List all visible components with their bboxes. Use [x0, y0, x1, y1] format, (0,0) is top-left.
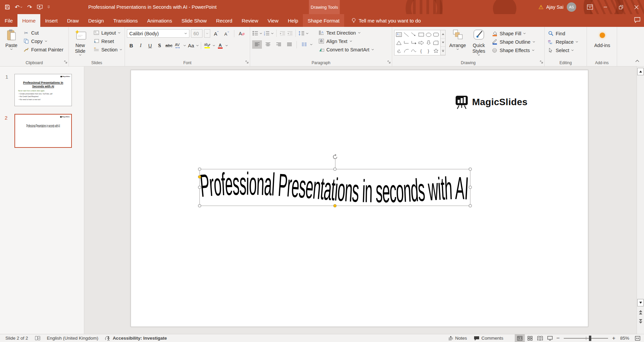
- shape-oval[interactable]: [425, 32, 431, 38]
- new-slide-button[interactable]: New Slide: [71, 29, 90, 56]
- adjustment-handle-bottom-center[interactable]: [333, 204, 336, 207]
- scroll-up-button[interactable]: [637, 68, 644, 75]
- shape-elbow-connector[interactable]: [403, 40, 409, 46]
- align-left-button[interactable]: [252, 40, 262, 49]
- paragraph-dialog-launcher-icon[interactable]: [387, 59, 391, 65]
- columns-button[interactable]: [299, 40, 309, 49]
- next-slide-button[interactable]: [638, 318, 644, 325]
- character-spacing-button[interactable]: AV: [174, 41, 183, 50]
- format-painter-button[interactable]: Format Painter: [22, 45, 64, 54]
- text-shadow-button[interactable]: S: [155, 41, 164, 50]
- shape-scribble[interactable]: [396, 48, 402, 54]
- normal-view-button[interactable]: [515, 334, 525, 342]
- align-right-button[interactable]: [274, 40, 283, 49]
- tab-insert[interactable]: Insert: [40, 14, 62, 27]
- tell-me-box[interactable]: Tell me what you want to do: [346, 14, 426, 27]
- shape-down-arrow[interactable]: [425, 40, 431, 46]
- drawing-dialog-launcher-icon[interactable]: [540, 59, 543, 65]
- chevron-down-icon[interactable]: [310, 44, 313, 45]
- ribbon-display-options-icon[interactable]: [582, 0, 598, 14]
- align-text-button[interactable]: Align Text: [317, 37, 375, 45]
- clipboard-dialog-launcher-icon[interactable]: [64, 59, 67, 65]
- slide-show-button[interactable]: [545, 334, 555, 342]
- font-size-combobox[interactable]: 60: [191, 29, 202, 38]
- shapes-scroll-down-icon[interactable]: [441, 39, 445, 47]
- scroll-down-button[interactable]: [637, 299, 644, 306]
- warning-icon[interactable]: ⚠: [538, 4, 543, 11]
- line-spacing-button[interactable]: [298, 31, 305, 36]
- selection-handle-top-center[interactable]: [333, 168, 336, 171]
- close-button[interactable]: [629, 0, 644, 14]
- reset-button[interactable]: Reset: [92, 37, 123, 45]
- find-button[interactable]: Find: [547, 29, 585, 38]
- shape-star[interactable]: [433, 48, 439, 54]
- shape-right-arrow[interactable]: [418, 40, 424, 46]
- selection-handle-middle-right[interactable]: [469, 186, 472, 189]
- convert-to-smartart-button[interactable]: Convert to SmartArt: [317, 45, 375, 54]
- shape-arc[interactable]: [403, 48, 409, 54]
- minimize-button[interactable]: [598, 0, 613, 14]
- chevron-down-icon[interactable]: [306, 33, 309, 34]
- accessibility-status[interactable]: Accessibility: Investigate: [102, 334, 170, 342]
- highlight-color-button[interactable]: ab: [203, 41, 212, 50]
- language-indicator[interactable]: English (United Kingdom): [44, 334, 102, 342]
- avatar[interactable]: AS: [567, 2, 576, 12]
- chevron-down-icon[interactable]: [196, 45, 199, 46]
- font-size-dropdown[interactable]: [204, 29, 210, 38]
- selection-handle-middle-left[interactable]: [198, 186, 201, 189]
- slide-sorter-view-button[interactable]: [525, 334, 535, 342]
- decrease-indent-button[interactable]: [279, 31, 285, 36]
- vertical-scrollbar[interactable]: [637, 67, 644, 334]
- arrange-button[interactable]: Arrange: [448, 29, 467, 51]
- slide-surface[interactable]: MagicSlides Professional Presentations i…: [131, 70, 588, 327]
- selection-handle-top-left[interactable]: [198, 168, 201, 171]
- change-case-button[interactable]: Aa: [187, 41, 195, 50]
- shapes-more-icon[interactable]: [441, 47, 445, 55]
- tab-home[interactable]: Home: [17, 14, 40, 27]
- section-button[interactable]: Section: [92, 45, 123, 54]
- shape-rounded-rectangle[interactable]: [433, 32, 439, 38]
- tab-help[interactable]: Help: [283, 14, 303, 27]
- shape-left-brace[interactable]: {: [418, 48, 424, 54]
- previous-slide-button[interactable]: [638, 309, 644, 316]
- strikethrough-button[interactable]: abc: [165, 41, 173, 50]
- decrease-font-size-button[interactable]: A: [222, 29, 231, 38]
- align-center-button[interactable]: [263, 40, 273, 49]
- selection-handle-top-right[interactable]: [469, 168, 472, 171]
- comments-button[interactable]: Comments: [470, 334, 507, 342]
- chevron-down-icon[interactable]: [183, 45, 186, 46]
- shape-effects-button[interactable]: Shape Effects: [491, 46, 536, 54]
- numbering-button[interactable]: 123: [264, 31, 270, 36]
- shape-text-box[interactable]: A: [396, 32, 402, 38]
- bold-button[interactable]: B: [127, 41, 136, 50]
- shape-line[interactable]: [403, 32, 409, 38]
- clear-formatting-button[interactable]: A: [237, 29, 246, 38]
- user-name[interactable]: Ajay Sai: [546, 4, 563, 10]
- zoom-slider-thumb[interactable]: [589, 336, 591, 341]
- font-dialog-launcher-icon[interactable]: [245, 59, 249, 65]
- shape-rectangle[interactable]: [418, 32, 424, 38]
- layout-button[interactable]: Layout: [92, 29, 123, 37]
- shape-arrow[interactable]: [411, 32, 417, 38]
- shape-elbow-arrow-connector[interactable]: [411, 40, 417, 46]
- quick-styles-button[interactable]: Quick Styles: [470, 29, 488, 56]
- chevron-down-icon[interactable]: [260, 33, 262, 34]
- notes-button[interactable]: Notes: [445, 334, 470, 342]
- shape-right-brace[interactable]: }: [425, 48, 431, 54]
- tab-slide-show[interactable]: Slide Show: [177, 14, 211, 27]
- spellcheck-icon[interactable]: [32, 334, 44, 342]
- shape-curve[interactable]: [411, 48, 417, 54]
- tab-view[interactable]: View: [263, 14, 283, 27]
- slide-indicator[interactable]: Slide 2 of 2: [0, 334, 32, 342]
- chevron-down-icon[interactable]: [271, 33, 274, 34]
- tab-review[interactable]: Review: [237, 14, 263, 27]
- restore-button[interactable]: [613, 0, 629, 14]
- underline-button[interactable]: U: [146, 41, 154, 50]
- replace-button[interactable]: abac Replace: [547, 38, 585, 46]
- adjustment-handle-left[interactable]: [198, 175, 201, 178]
- tab-design[interactable]: Design: [84, 14, 109, 27]
- zoom-level[interactable]: 85%: [617, 334, 633, 342]
- chevron-down-icon[interactable]: [213, 45, 215, 46]
- shape-triangle[interactable]: [396, 40, 402, 46]
- collapse-ribbon-icon[interactable]: [635, 57, 639, 63]
